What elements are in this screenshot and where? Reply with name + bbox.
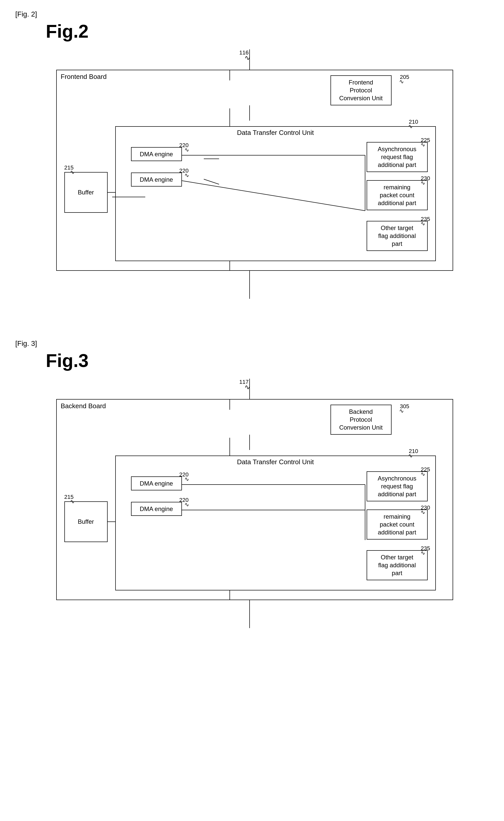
fig3-diagram-area: 117 ∿ Backend Board BackendProtocolConve… (36, 379, 468, 628)
fig3-dtcu-box: Data Transfer Control Unit DMA engine 22… (115, 456, 436, 590)
fig2-squiggle220b: ∿ (184, 172, 189, 179)
fig2-title: Fig.2 (46, 21, 489, 42)
fig3-backend-protocol-label: BackendProtocolConversion Unit (339, 408, 383, 431)
fig2-buffer-box: Buffer (64, 172, 108, 213)
fig3-dma2-box: DMA engine (131, 502, 182, 516)
fig2-remaining-packet-label: remainingpacket countadditional part (378, 184, 416, 206)
fig3-dtcu-label: Data Transfer Control Unit (116, 456, 435, 468)
fig2-async-flag-label: Asynchronousrequest flagadditional part (378, 146, 416, 168)
fig2-squiggle215: ∿ (70, 169, 75, 176)
fig3-buffer-box: Buffer (64, 501, 108, 542)
fig3-other-target-box: Other targetflag additionalpart (367, 550, 428, 580)
fig2-dma1-box: DMA engine (131, 147, 182, 161)
fig2-dtcu-label: Data Transfer Control Unit (116, 127, 435, 138)
fig3-squiggle215: ∿ (70, 498, 75, 505)
fig3-other-target-label: Other targetflag additionalpart (378, 554, 416, 576)
fig2-squiggle230: ∿ (421, 180, 425, 186)
fig2-squiggle235: ∿ (421, 220, 425, 227)
fig3-squiggle305: ∿ (399, 408, 404, 414)
fig2-squiggle220a: ∿ (184, 147, 189, 153)
fig3-board-box: Backend Board BackendProtocolConversion … (56, 399, 453, 600)
fig3-async-flag-label: Asynchronousrequest flagadditional part (378, 475, 416, 498)
fig2-dma2-label: DMA engine (140, 176, 173, 183)
section-gap (15, 319, 489, 339)
fig3-buffer-label: Buffer (78, 518, 94, 526)
fig2-section: [Fig. 2] Fig.2 116 ∿ (15, 10, 489, 299)
fig2-frontend-protocol-label: FrontendProtocolConversion Unit (339, 79, 383, 102)
fig2-other-target-box: Other targetflag additionalpart (367, 221, 428, 251)
fig3-remaining-packet-label: remainingpacket countadditional part (378, 513, 416, 536)
fig3-squiggle235: ∿ (421, 550, 425, 556)
fig2-dma2-box: DMA engine (131, 173, 182, 187)
fig3-section: [Fig. 3] Fig.3 117 ∿ Backend Board Backe… (15, 339, 489, 628)
fig3-squiggle-top: ∿ (244, 383, 250, 391)
fig2-async-flag-box: Asynchronousrequest flagadditional part (367, 142, 428, 172)
fig2-squiggle-top: ∿ (244, 54, 250, 62)
fig3-diagram: 117 ∿ Backend Board BackendProtocolConve… (23, 379, 481, 628)
fig3-dma2-label: DMA engine (140, 505, 173, 512)
fig2-buffer-label: Buffer (78, 188, 94, 196)
fig3-async-flag-box: Asynchronousrequest flagadditional part (367, 471, 428, 501)
fig2-bracket-label: [Fig. 2] (15, 10, 489, 18)
svg-line-7 (182, 181, 365, 211)
fig3-squiggle230: ∿ (421, 509, 425, 516)
fig3-bracket-label: [Fig. 3] (15, 339, 489, 348)
fig3-board-label: Backend Board (61, 402, 106, 410)
fig2-other-target-label: Other targetflag additionalpart (378, 224, 416, 247)
fig2-frontend-protocol-box: FrontendProtocolConversion Unit (330, 75, 392, 105)
fig2-board-label: Frontend Board (61, 73, 107, 81)
fig3-title: Fig.3 (46, 350, 489, 371)
fig2-remaining-packet-box: remainingpacket countadditional part (367, 180, 428, 210)
fig2-dtcu-box: Data Transfer Control Unit DMA engine 22… (115, 126, 436, 261)
fig2-squiggle225: ∿ (421, 141, 425, 148)
fig2-squiggle205: ∿ (399, 78, 404, 85)
fig2-diagram: 116 ∿ Frontend Board FrontendProtocolCon… (23, 49, 481, 299)
fig3-squiggle220a: ∿ (184, 476, 189, 483)
fig3-squiggle225: ∿ (421, 471, 425, 477)
fig3-remaining-packet-box: remainingpacket countadditional part (367, 509, 428, 540)
fig2-dma1-label: DMA engine (140, 151, 173, 158)
fig3-dma1-box: DMA engine (131, 476, 182, 490)
fig3-backend-protocol-box: BackendProtocolConversion Unit (330, 405, 392, 435)
fig3-dma1-label: DMA engine (140, 480, 173, 487)
fig2-diagram-area: 116 ∿ Frontend Board FrontendProtocolCon… (36, 49, 468, 299)
fig3-squiggle220b: ∿ (184, 501, 189, 508)
fig2-board-box: Frontend Board FrontendProtocolConversio… (56, 70, 453, 271)
